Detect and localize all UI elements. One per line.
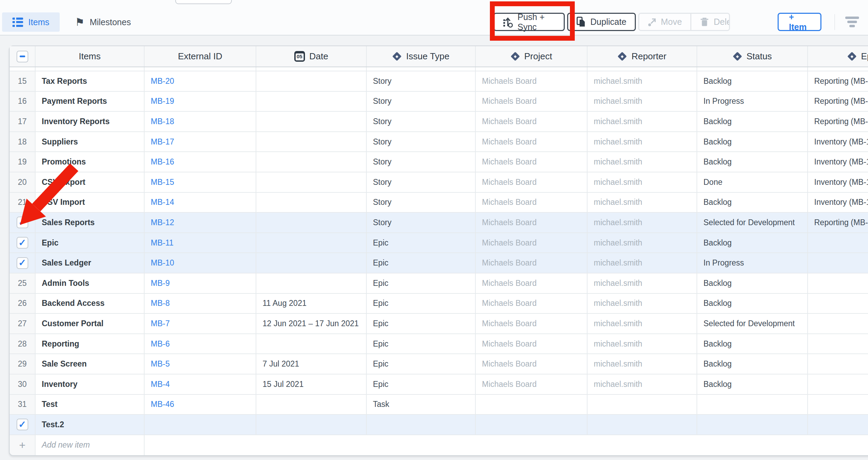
cell-epic[interactable] <box>808 253 868 273</box>
cell-issue_type[interactable]: Epic <box>367 233 476 253</box>
cell-status[interactable]: Backlog <box>697 233 808 253</box>
cell-item[interactable]: Test.2 <box>36 415 145 434</box>
external-id-link[interactable]: MB-6 <box>145 334 256 354</box>
cell-date[interactable] <box>256 253 367 273</box>
cell-date[interactable] <box>256 395 367 414</box>
duplicate-button[interactable]: Duplicate <box>567 13 635 31</box>
external-id-link[interactable]: MB-11 <box>145 233 256 253</box>
external-id-link[interactable]: MB-20 <box>145 71 256 91</box>
cell-external_id[interactable] <box>145 415 256 434</box>
cell-status[interactable] <box>697 395 808 414</box>
cell-date[interactable] <box>256 152 367 172</box>
column-header-external-id[interactable]: External ID <box>145 46 256 67</box>
cell-issue_type[interactable]: Epic <box>367 354 476 374</box>
cell-epic[interactable] <box>808 233 868 253</box>
cell-item[interactable]: Inventory Reports <box>36 112 145 131</box>
cell-epic[interactable] <box>808 395 868 414</box>
tab-items[interactable]: Items <box>2 12 60 32</box>
cell-status[interactable]: Backlog <box>697 294 808 313</box>
cell-epic[interactable]: Reporting (MB-6) <box>808 112 868 131</box>
external-id-link[interactable]: MB-4 <box>145 374 256 394</box>
external-id-link[interactable]: MB-9 <box>145 273 256 293</box>
external-id-link[interactable]: MB-10 <box>145 253 256 273</box>
cell-date[interactable] <box>256 71 367 91</box>
cell-item[interactable]: Sales Ledger <box>36 253 145 273</box>
external-id-link[interactable]: MB-12 <box>145 213 256 232</box>
external-id-link[interactable]: MB-15 <box>145 172 256 192</box>
cell-issue_type[interactable]: Story <box>367 193 476 212</box>
cell-date[interactable] <box>256 415 367 434</box>
cell-date[interactable] <box>256 273 367 293</box>
cell-issue_type[interactable]: Task <box>367 395 476 414</box>
external-id-link[interactable]: MB-7 <box>145 314 256 333</box>
external-id-link[interactable]: MB-19 <box>145 92 256 111</box>
cell-issue_type[interactable]: Epic <box>367 314 476 333</box>
cell-date[interactable]: 11 Aug 2021 <box>256 294 367 313</box>
cell-epic[interactable]: Inventory (MB-11) <box>808 152 868 172</box>
cell-status[interactable]: Backlog <box>697 193 808 212</box>
cell-status[interactable] <box>697 415 808 434</box>
cell-epic[interactable] <box>808 294 868 313</box>
cell-status[interactable]: Selected for Development <box>697 314 808 333</box>
external-id-link[interactable]: MB-16 <box>145 152 256 172</box>
cell-epic[interactable] <box>808 374 868 394</box>
cell-status[interactable]: Backlog <box>697 374 808 394</box>
cell-status[interactable]: Backlog <box>697 152 808 172</box>
cell-issue_type[interactable]: Story <box>367 92 476 111</box>
row-checkbox[interactable]: ✓ <box>17 217 28 228</box>
cell-date[interactable] <box>256 334 367 354</box>
cell-status[interactable]: Backlog <box>697 334 808 354</box>
cell-item[interactable]: Backend Access <box>36 294 145 313</box>
external-id-link[interactable]: MB-17 <box>145 132 256 152</box>
cell-epic[interactable] <box>808 273 868 293</box>
cell-date[interactable] <box>256 233 367 253</box>
cell-item[interactable]: Customer Portal <box>36 314 145 333</box>
external-id-link[interactable]: MB-8 <box>145 294 256 313</box>
cell-date[interactable] <box>256 213 367 232</box>
cell-status[interactable]: Backlog <box>697 354 808 374</box>
cell-epic[interactable] <box>808 354 868 374</box>
cell-epic[interactable]: Inventory (MB-11) <box>808 132 868 152</box>
cell-issue_type[interactable]: Epic <box>367 374 476 394</box>
cell-epic[interactable]: Reporting (MB-6) <box>808 92 868 111</box>
column-header-issue-type[interactable]: Issue Type <box>367 46 476 67</box>
cell-status[interactable]: In Progress <box>697 92 808 111</box>
cell-issue_type[interactable]: Story <box>367 172 476 192</box>
tab-milestones[interactable]: ⚑ Milestones <box>65 12 141 32</box>
cell-epic[interactable]: Inventory (MB-11) <box>808 172 868 192</box>
cell-item[interactable]: Sales Reports <box>36 213 145 232</box>
cell-status[interactable]: Backlog <box>697 132 808 152</box>
column-header-status[interactable]: Status <box>697 46 808 67</box>
select-all-checkbox[interactable] <box>17 51 28 62</box>
cell-issue_type[interactable]: Story <box>367 213 476 232</box>
cell-date[interactable]: 7 Jul 2021 <box>256 354 367 374</box>
cell-status[interactable]: Backlog <box>697 273 808 293</box>
add-new-item-input[interactable]: Add new item <box>36 435 145 456</box>
cell-item[interactable]: Test <box>36 395 145 414</box>
cell-epic[interactable]: Reporting (MB-6) <box>808 71 868 91</box>
cell-item[interactable]: CSV Export <box>36 172 145 192</box>
push-sync-button[interactable]: Push + Sync <box>493 13 565 31</box>
cell-item[interactable]: Epic <box>36 233 145 253</box>
add-item-button[interactable]: + Item <box>778 13 821 31</box>
cell-item[interactable]: Admin Tools <box>36 273 145 293</box>
cell-date[interactable] <box>256 193 367 212</box>
cell-issue_type[interactable]: Story <box>367 71 476 91</box>
cell-item[interactable]: CSV Import <box>36 193 145 212</box>
external-id-link[interactable]: MB-18 <box>145 112 256 131</box>
cell-date[interactable] <box>256 172 367 192</box>
cell-epic[interactable] <box>808 314 868 333</box>
cell-date[interactable] <box>256 112 367 131</box>
cell-status[interactable]: Done <box>697 172 808 192</box>
cell-item[interactable]: Suppliers <box>36 132 145 152</box>
column-header-project[interactable]: Project <box>476 46 588 67</box>
column-header-date[interactable]: 05Date <box>256 46 367 67</box>
cell-issue_type[interactable]: Epic <box>367 334 476 354</box>
cell-item[interactable]: Tax Reports <box>36 71 145 91</box>
row-checkbox[interactable]: ✓ <box>17 257 28 269</box>
cell-issue_type[interactable]: Epic <box>367 294 476 313</box>
cell-status[interactable]: Backlog <box>697 112 808 131</box>
cell-status[interactable]: Backlog <box>697 71 808 91</box>
cell-date[interactable]: 15 Jul 2021 <box>256 374 367 394</box>
cell-item[interactable]: Inventory <box>36 374 145 394</box>
